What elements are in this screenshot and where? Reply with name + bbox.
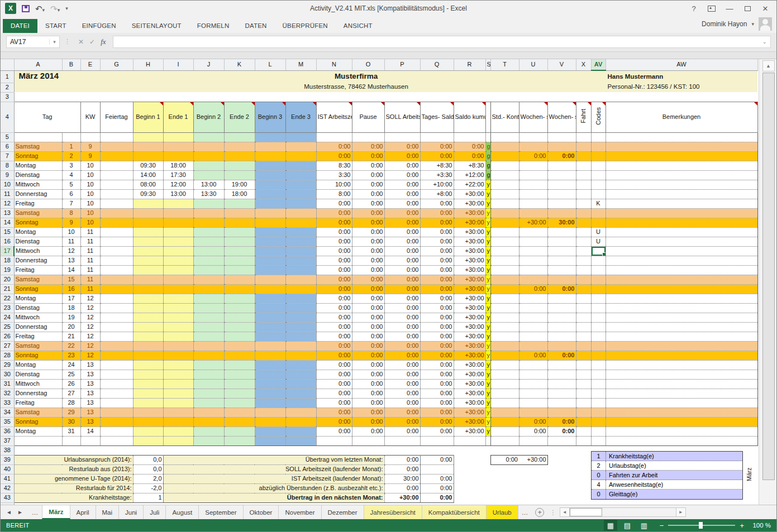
cell-M8[interactable]: [285, 161, 316, 170]
cell-R30[interactable]: +30:00: [454, 370, 485, 379]
cell-E11[interactable]: 10: [80, 189, 100, 199]
cell-H36[interactable]: [133, 426, 163, 436]
cell-Q17[interactable]: 0:00: [420, 246, 454, 256]
summary-mid-value2-41[interactable]: 0:00: [420, 474, 454, 483]
cell-Q27[interactable]: 0:00: [420, 341, 454, 351]
cell-U32[interactable]: [519, 389, 547, 398]
cell-AW15[interactable]: [606, 227, 757, 237]
formula-input[interactable]: ⌄: [113, 36, 771, 48]
cell-Q12[interactable]: 0:00: [420, 199, 454, 208]
cell-G33[interactable]: [100, 398, 133, 408]
cell-P15[interactable]: 0:00: [384, 227, 420, 237]
cell-G28[interactable]: [100, 351, 133, 360]
cell-I9[interactable]: 17:30: [163, 170, 193, 180]
cell-G23[interactable]: [100, 303, 133, 313]
cell-J33[interactable]: [193, 398, 224, 408]
cell-R34[interactable]: +30:00: [454, 408, 485, 417]
cell-E5[interactable]: [80, 132, 100, 142]
cell-R28[interactable]: +30:00: [454, 351, 485, 360]
cell-L16[interactable]: [255, 237, 285, 246]
summary-mid-value2-39[interactable]: 0:00: [420, 455, 454, 464]
cell-H7[interactable]: [133, 151, 163, 161]
cell-L15[interactable]: [255, 227, 285, 237]
row-header-40[interactable]: 40: [1, 464, 14, 474]
row-header-6[interactable]: 6: [1, 142, 14, 151]
cell-S29[interactable]: y: [485, 360, 490, 370]
col-header-AV[interactable]: AV: [591, 59, 606, 70]
col-header-X[interactable]: X: [576, 59, 591, 70]
cell-N11[interactable]: 8:00: [316, 189, 352, 199]
cell-P25[interactable]: 0:00: [384, 322, 420, 332]
cell-J31[interactable]: [193, 379, 224, 389]
cell-V5[interactable]: [547, 132, 576, 142]
cell-S33[interactable]: y: [485, 398, 490, 408]
cell-N24[interactable]: 0:00: [316, 313, 352, 322]
cell-X37[interactable]: [576, 436, 591, 445]
cell-V14[interactable]: 30:00: [547, 218, 576, 227]
cell-K12[interactable]: [224, 199, 255, 208]
cell-X36[interactable]: [576, 426, 591, 436]
cell-J10[interactable]: 13:00: [193, 180, 224, 189]
cell-AV5[interactable]: [591, 132, 606, 142]
cell-G29[interactable]: [100, 360, 133, 370]
cell-E23[interactable]: 12: [80, 303, 100, 313]
cell-M17[interactable]: [285, 246, 316, 256]
cell-P18[interactable]: 0:00: [384, 256, 420, 265]
page-break-view-icon[interactable]: ▥: [637, 520, 651, 531]
cell-G31[interactable]: [100, 379, 133, 389]
row-header-43[interactable]: 43: [1, 493, 14, 502]
cell-J5[interactable]: [193, 132, 224, 142]
cell-Q21[interactable]: 0:00: [420, 284, 454, 294]
cell-V25[interactable]: [547, 322, 576, 332]
row-header-16[interactable]: 16: [1, 237, 14, 246]
cell-Q32[interactable]: 0:00: [420, 389, 454, 398]
cell-A13[interactable]: Samstag: [14, 208, 62, 218]
title-row-2[interactable]: Musterstrasse, 78462 Musterhausen Person…: [14, 83, 757, 92]
cell-B17[interactable]: 12: [62, 246, 80, 256]
legend-row[interactable]: 4 Anwesenheitstag(e): [592, 480, 742, 490]
cell-AW11[interactable]: [606, 189, 757, 199]
cell-B12[interactable]: 7: [62, 199, 80, 208]
cell-O19[interactable]: 0:00: [352, 265, 384, 275]
ribbon-tab-daten[interactable]: DATEN: [237, 19, 274, 33]
cell-S35[interactable]: y: [485, 417, 490, 426]
cell-E14[interactable]: 10: [80, 218, 100, 227]
summary-left-value-40[interactable]: 0,0: [133, 464, 163, 474]
summary-mid-label-41[interactable]: IST Arbeitszeit (laufender Monat):: [163, 474, 384, 483]
cell-A27[interactable]: Samstag: [14, 341, 62, 351]
cell-T15[interactable]: [490, 227, 519, 237]
summary-left-value-42[interactable]: -2,0: [133, 483, 163, 493]
cell-T11[interactable]: [490, 189, 519, 199]
cell-P13[interactable]: 0:00: [384, 208, 420, 218]
col-header-L[interactable]: L: [255, 59, 285, 70]
cell-A33[interactable]: Freitag: [14, 398, 62, 408]
cell-AW23[interactable]: [606, 303, 757, 313]
cell-H35[interactable]: [133, 417, 163, 426]
cell-B26[interactable]: 21: [62, 332, 80, 341]
cell-N16[interactable]: 0:00: [316, 237, 352, 246]
cell-V32[interactable]: [547, 389, 576, 398]
cell-K33[interactable]: [224, 398, 255, 408]
cell-V6[interactable]: [547, 142, 576, 151]
cell-V23[interactable]: [547, 303, 576, 313]
summary-mid-label-42[interactable]: abzüglich Überstunden (z.B. ausbezahlt e…: [163, 483, 384, 493]
cell-H18[interactable]: [133, 256, 163, 265]
cell-N29[interactable]: 0:00: [316, 360, 352, 370]
cell-Q22[interactable]: 0:00: [420, 294, 454, 303]
summary-mid-label-39[interactable]: Übertrag vom letzten Monat:: [163, 455, 384, 464]
cell-O8[interactable]: 0:00: [352, 161, 384, 170]
table-header-fahrt[interactable]: Fahrt: [576, 102, 591, 132]
cell-R36[interactable]: +30:00: [454, 426, 485, 436]
cell-N25[interactable]: 0:00: [316, 322, 352, 332]
cell-X21[interactable]: [576, 284, 591, 294]
col-header-V[interactable]: V: [547, 59, 576, 70]
cell-X25[interactable]: [576, 322, 591, 332]
cell-M7[interactable]: [285, 151, 316, 161]
cell-B23[interactable]: 18: [62, 303, 80, 313]
user-area[interactable]: Dominik Hayon ▾: [702, 17, 772, 31]
sheet-tab-dezember[interactable]: Dezember: [322, 505, 364, 519]
cell-X16[interactable]: [576, 237, 591, 246]
cell-A10[interactable]: Mittwoch: [14, 180, 62, 189]
cell-T35[interactable]: [490, 417, 519, 426]
cell-I15[interactable]: [163, 227, 193, 237]
